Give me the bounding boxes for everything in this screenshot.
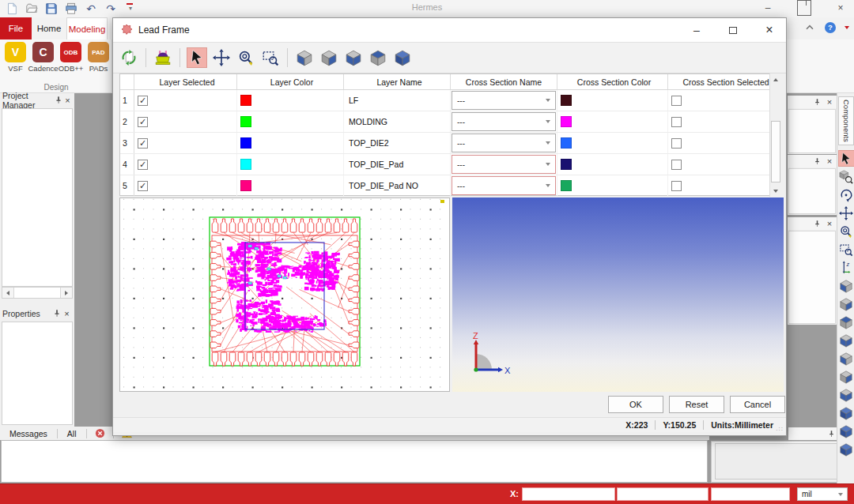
zoom-tool-button[interactable] <box>838 223 854 239</box>
pin-icon[interactable] <box>51 308 62 318</box>
cross-section-selected-checkbox[interactable] <box>671 138 682 149</box>
ribbon-button-pads[interactable]: PADPADs <box>85 41 112 73</box>
tab-file[interactable]: File <box>0 17 32 39</box>
pin-icon[interactable] <box>55 95 63 105</box>
zoom-window-button[interactable] <box>838 241 854 258</box>
column-header-cross-section-color[interactable]: Cross Section Color <box>557 74 668 89</box>
layer-color-swatch[interactable] <box>240 137 251 149</box>
cross-section-selected-checkbox[interactable] <box>671 181 682 191</box>
pin-icon[interactable] <box>812 97 822 107</box>
dialog-maximize-button[interactable] <box>724 20 742 40</box>
z-scale-button[interactable]: z <box>838 259 854 276</box>
z-coordinate-input[interactable] <box>711 487 790 501</box>
select-tool-button[interactable] <box>187 47 207 68</box>
resize-grip-icon[interactable]: .:: <box>776 425 784 432</box>
errors-filter-icon[interactable] <box>87 428 113 438</box>
scroll-right-icon[interactable] <box>61 288 72 298</box>
properties-body[interactable] <box>2 322 73 425</box>
pin-icon[interactable] <box>826 429 836 438</box>
scroll-left-icon[interactable] <box>2 288 13 298</box>
cross-section-selected-checkbox[interactable] <box>671 96 682 106</box>
view-cube-bottom-button[interactable] <box>343 47 364 68</box>
layer-selected-checkbox[interactable]: ✓ <box>138 181 148 191</box>
view-cube-3-button[interactable] <box>838 314 854 330</box>
ok-button[interactable]: OK <box>608 396 663 413</box>
project-manager-tree[interactable] <box>2 108 73 287</box>
right-panel-2-body[interactable] <box>788 168 836 214</box>
close-icon[interactable]: × <box>62 308 72 318</box>
cross-section-color-swatch[interactable] <box>561 180 572 191</box>
column-header-cross-section-name[interactable]: Cross Section Name <box>451 74 557 89</box>
view-cube-right-button[interactable] <box>319 47 339 68</box>
scrollbar-track[interactable] <box>13 288 61 298</box>
table-vscrollbar[interactable] <box>769 73 781 197</box>
molding-view-button[interactable] <box>153 47 173 68</box>
ribbon-button-vsf[interactable]: VVSF <box>2 41 29 73</box>
right-panel-1-body[interactable] <box>788 109 836 153</box>
unit-select[interactable]: mil <box>797 487 848 501</box>
layer-color-swatch[interactable] <box>240 95 251 106</box>
layer-row-3[interactable]: 3✓TOP_DIE2--- <box>120 133 780 154</box>
cross-section-name-dropdown[interactable]: --- <box>452 134 556 152</box>
close-icon[interactable]: × <box>63 95 72 105</box>
cross-section-name-dropdown[interactable]: --- <box>452 155 556 174</box>
tab-modeling[interactable]: Modeling <box>66 17 108 39</box>
tab-home[interactable]: Home <box>32 17 66 39</box>
y-coordinate-input[interactable] <box>617 487 709 501</box>
project-manager-hscrollbar[interactable] <box>2 287 73 299</box>
close-icon[interactable]: × <box>825 97 834 107</box>
scroll-down-icon[interactable] <box>770 185 781 197</box>
dialog-minimize-button[interactable]: – <box>688 20 705 40</box>
view-cube-left-button[interactable] <box>294 47 315 68</box>
tab-messages[interactable]: Messages <box>0 427 57 440</box>
cancel-button[interactable]: Cancel <box>730 396 785 413</box>
view-cube-9-button[interactable] <box>838 423 854 439</box>
ribbon-button-cadence[interactable]: CCadence <box>29 41 57 73</box>
view-cube-7-button[interactable] <box>838 386 854 403</box>
tab-components[interactable]: Components <box>838 96 854 145</box>
cross-section-name-dropdown[interactable]: --- <box>452 91 556 110</box>
dialog-titlebar[interactable]: Lead Frame – × <box>113 18 786 42</box>
window-restore-button[interactable] <box>797 0 811 16</box>
pan-tool-button[interactable] <box>838 205 854 221</box>
scrollbar-thumb[interactable] <box>771 121 780 182</box>
cross-section-selected-checkbox[interactable] <box>671 117 682 127</box>
layer-selected-checkbox[interactable]: ✓ <box>138 138 148 149</box>
viewport-3d[interactable]: Z X <box>452 197 784 392</box>
layer-row-1[interactable]: 1✓LF--- <box>120 90 780 111</box>
help-dropdown-icon[interactable] <box>845 26 849 29</box>
layer-selected-checkbox[interactable]: ✓ <box>138 160 148 170</box>
cross-section-selected-checkbox[interactable] <box>671 160 682 170</box>
ribbon-collapse-icon[interactable] <box>803 21 816 34</box>
view-cube-8-button[interactable] <box>838 404 854 421</box>
view-cube-1-button[interactable] <box>838 277 854 294</box>
column-header-layer-selected[interactable]: Layer Selected <box>134 74 237 89</box>
cross-section-color-swatch[interactable] <box>561 95 572 106</box>
reload-button[interactable] <box>119 47 139 68</box>
cross-section-color-swatch[interactable] <box>561 116 572 127</box>
view-cube-6-button[interactable] <box>838 368 854 385</box>
scroll-up-icon[interactable] <box>770 73 781 85</box>
column-header-layer-name[interactable]: Layer Name <box>344 74 451 89</box>
zoom-tool-button[interactable] <box>236 47 256 68</box>
tab-all[interactable]: All <box>58 427 86 440</box>
window-minimize-button[interactable]: – <box>761 0 775 16</box>
x-coordinate-input[interactable] <box>522 487 615 501</box>
column-header-cross-section-selected[interactable]: Cross Section Selected <box>668 74 780 89</box>
right-panel-3-body[interactable] <box>788 231 836 324</box>
layer-color-swatch[interactable] <box>240 180 251 191</box>
examine-tool-button[interactable] <box>838 168 854 185</box>
viewport-2d[interactable] <box>119 197 450 392</box>
pan-tool-button[interactable] <box>211 47 232 68</box>
cross-section-name-dropdown[interactable]: --- <box>452 176 556 195</box>
layer-color-swatch[interactable] <box>240 159 251 170</box>
layer-selected-checkbox[interactable]: ✓ <box>138 117 148 127</box>
cross-section-color-swatch[interactable] <box>561 159 572 170</box>
rotate-tool-button[interactable] <box>838 186 854 203</box>
cross-section-color-swatch[interactable] <box>561 137 572 149</box>
view-cube-solid-button[interactable] <box>392 47 413 68</box>
view-cube-10-button[interactable] <box>838 441 854 457</box>
select-tool-button[interactable] <box>838 150 854 167</box>
close-icon[interactable]: × <box>825 156 834 166</box>
column-header-layer-color[interactable]: Layer Color <box>237 74 344 89</box>
